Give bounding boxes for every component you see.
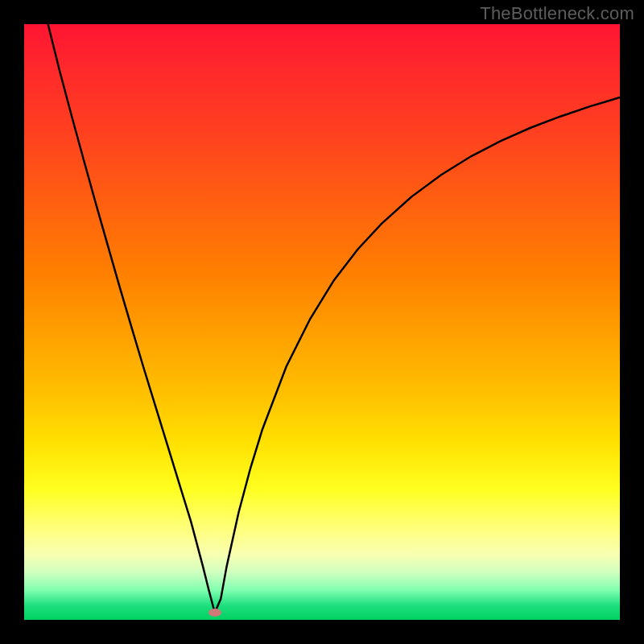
bottleneck-curve [48, 24, 620, 613]
attribution-text: TheBottleneck.com [480, 3, 634, 24]
curve-svg [24, 24, 620, 620]
optimum-marker [208, 609, 221, 617]
chart-container: TheBottleneck.com [0, 0, 644, 644]
